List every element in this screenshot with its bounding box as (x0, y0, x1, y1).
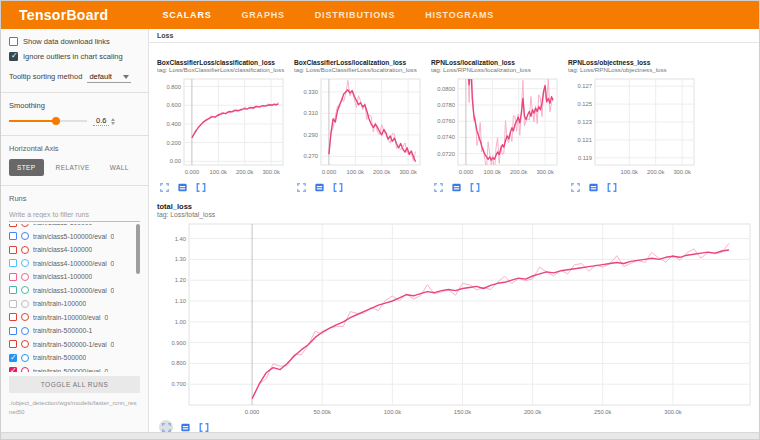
checkbox-label: Show data download links (23, 37, 110, 46)
run-color-swatch-icon[interactable] (21, 300, 29, 308)
svg-text:200.0k: 200.0k (510, 169, 528, 175)
pin-icon[interactable] (198, 422, 209, 433)
top-nav: SCALARS GRAPHS DISTRIBUTIONS HISTOGRAMS (160, 1, 496, 29)
bottom-scrollbar-track[interactable] (1, 432, 759, 439)
tab-scalars[interactable]: SCALARS (160, 1, 213, 29)
total-loss-plot[interactable]: 1.401.301.201.101.000.9000.8000.7000.000… (157, 220, 755, 418)
run-item[interactable]: train/class5-100000/eval_0 (9, 230, 140, 244)
run-color-swatch-icon[interactable] (21, 367, 29, 372)
chart-title: BoxClassifierLoss/localization_loss (294, 59, 425, 66)
svg-text:0.000: 0.000 (322, 169, 337, 175)
run-checkbox-icon[interactable] (9, 340, 17, 348)
run-checkbox-icon[interactable] (9, 313, 17, 321)
pin-icon[interactable] (606, 182, 617, 193)
relative-button[interactable]: RELATIVE (48, 159, 98, 176)
svg-text:0.330: 0.330 (303, 89, 318, 95)
run-checkbox-icon[interactable] (9, 259, 17, 267)
svg-text:0.121: 0.121 (577, 137, 592, 143)
run-item[interactable]: train/train-500000-1/eval_0 (9, 338, 140, 352)
run-color-swatch-icon[interactable] (21, 313, 29, 321)
smoothing-value-input[interactable]: 0.6 (93, 116, 109, 126)
fullscreen-icon[interactable] (296, 182, 307, 193)
tab-graphs[interactable]: GRAPHS (240, 1, 287, 29)
run-color-swatch-icon[interactable] (21, 354, 29, 362)
toggle-all-runs-button[interactable]: TOGGLE ALL RUNS (9, 376, 140, 393)
svg-text:300.0k: 300.0k (262, 169, 280, 175)
svg-text:100.0k: 100.0k (384, 409, 402, 415)
svg-text:0.200: 0.200 (166, 140, 181, 146)
pin-icon[interactable] (469, 182, 480, 193)
number-spinner[interactable] (111, 118, 115, 125)
svg-text:200.0k: 200.0k (647, 169, 665, 175)
run-item[interactable]: train/class4-100000/eval_0 (9, 257, 140, 271)
run-item[interactable]: train/class1-100000/eval_0 (9, 284, 140, 298)
run-checkbox-icon[interactable] (9, 286, 17, 294)
run-color-swatch-icon[interactable] (21, 327, 29, 335)
smoothing-label: Smoothing (9, 101, 140, 110)
run-name: train/class5-100000/eval_0 (33, 233, 114, 240)
runs-filter-input[interactable] (9, 209, 140, 222)
show-download-links-checkbox[interactable]: Show data download links (9, 37, 140, 46)
ignore-outliers-checkbox[interactable]: Ignore outliers in chart scaling (9, 52, 140, 61)
run-color-swatch-icon[interactable] (21, 232, 29, 240)
fullscreen-icon[interactable] (570, 182, 581, 193)
chart-title: total_loss (157, 202, 759, 211)
run-color-swatch-icon[interactable] (21, 286, 29, 294)
small-charts-row: BoxClassifierLoss/classification_loss ta… (149, 43, 759, 194)
pin-icon[interactable] (332, 182, 343, 193)
run-item[interactable]: train/train-500000-1 (9, 324, 140, 338)
run-color-swatch-icon[interactable] (21, 246, 29, 254)
svg-text:300.0k: 300.0k (399, 169, 417, 175)
svg-text:0.127: 0.127 (577, 83, 592, 89)
svg-text:0.000: 0.000 (459, 169, 474, 175)
chart-plot[interactable]: 0.8000.6000.4000.2000.000.000100.0k200.0… (157, 75, 288, 178)
run-color-swatch-icon[interactable] (21, 273, 29, 281)
run-checkbox-icon[interactable] (9, 327, 17, 335)
run-checkbox-icon[interactable] (9, 246, 17, 254)
scrollbar-thumb[interactable] (136, 224, 140, 274)
run-color-swatch-icon[interactable] (21, 340, 29, 348)
run-item[interactable]: train/train-500000 (9, 351, 140, 365)
run-checkbox-icon[interactable] (9, 300, 17, 308)
chart-plot[interactable]: 0.08000.07800.07600.07400.07200.000100.0… (431, 75, 562, 178)
fullscreen-icon[interactable] (433, 182, 444, 193)
divider (1, 92, 148, 93)
data-table-icon[interactable] (451, 182, 462, 193)
run-checkbox-icon[interactable] (9, 354, 17, 362)
run-checkbox-icon[interactable] (9, 232, 17, 240)
data-table-icon[interactable] (180, 422, 191, 433)
slider-thumb[interactable] (52, 117, 60, 125)
category-header[interactable]: Loss (149, 29, 759, 43)
data-table-icon[interactable] (588, 182, 599, 193)
svg-text:300.0k: 300.0k (673, 169, 691, 175)
tab-histograms[interactable]: HISTOGRAMS (423, 1, 496, 29)
svg-text:1.00: 1.00 (175, 319, 186, 325)
svg-text:300.0k: 300.0k (536, 169, 554, 175)
svg-text:0.125: 0.125 (577, 101, 592, 107)
tab-distributions[interactable]: DISTRIBUTIONS (313, 1, 397, 29)
data-table-icon[interactable] (314, 182, 325, 193)
run-item[interactable]: train/class4-100000 (9, 243, 140, 257)
fullscreen-icon[interactable] (159, 182, 170, 193)
run-checkbox-icon[interactable] (9, 224, 17, 227)
wall-button[interactable]: WALL (102, 159, 137, 176)
run-color-swatch-icon[interactable] (21, 259, 29, 267)
chart-plot[interactable]: 0.3300.3100.2900.2700.000100.0k200.0k300… (294, 75, 425, 178)
tooltip-sort-select[interactable]: default (87, 71, 131, 83)
chart-plot[interactable]: 0.1270.1250.1230.1210.119100.0k200.0k300… (568, 75, 699, 178)
run-name: train/train-500000/eval_0 (33, 368, 108, 372)
run-checkbox-icon[interactable] (9, 273, 17, 281)
data-table-icon[interactable] (177, 182, 188, 193)
svg-text:100.0k: 100.0k (484, 169, 502, 175)
svg-text:0.0720: 0.0720 (437, 151, 455, 157)
run-item[interactable]: train/train-100000/eval_0 (9, 311, 140, 325)
step-button[interactable]: STEP (9, 159, 44, 176)
tooltip-sort-label: Tooltip sorting method (9, 72, 82, 81)
run-item[interactable]: train/train-500000/eval_0 (9, 365, 140, 373)
smoothing-slider[interactable] (9, 120, 87, 122)
run-checkbox-icon[interactable] (9, 367, 17, 372)
run-item[interactable]: train/train-100000 (9, 297, 140, 311)
run-item[interactable]: train/class1-100000 (9, 270, 140, 284)
run-color-swatch-icon[interactable] (21, 224, 29, 227)
pin-icon[interactable] (195, 182, 206, 193)
